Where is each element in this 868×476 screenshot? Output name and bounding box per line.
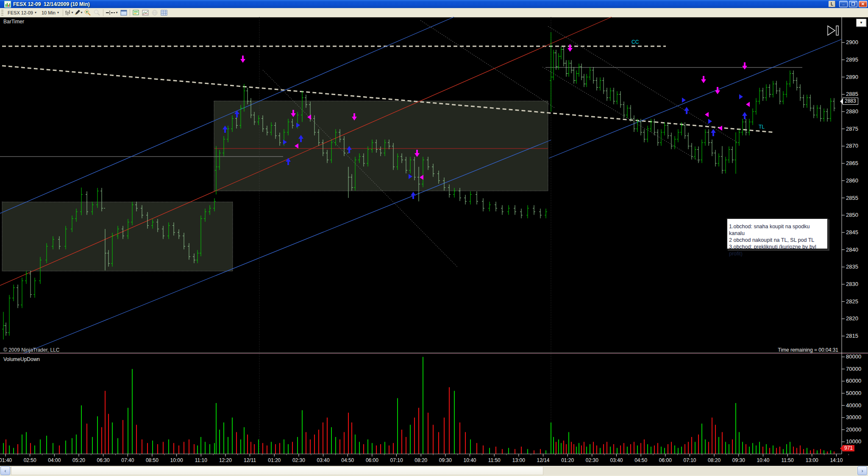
time-tick-label: 05:20 xyxy=(72,457,85,463)
trade-note-line: 1.obchod: snaha koupit na spodku kanalu xyxy=(729,223,826,237)
volume-tick-label: 80000 xyxy=(846,353,861,360)
price-tick-label: 2880 xyxy=(846,108,858,115)
time-tick-label: 07:10 xyxy=(390,457,403,463)
time-tick-label: 07:40 xyxy=(121,457,134,463)
time-tick-label: 11:50 xyxy=(488,457,501,463)
tl-line-label: TL xyxy=(759,124,765,130)
time-tick-label: 08:20 xyxy=(708,457,721,463)
scroll-right-button[interactable]: › xyxy=(857,466,867,475)
sell-arrow-icon xyxy=(742,62,747,70)
sell-arrow-icon xyxy=(715,87,720,94)
price-tick-label: 2860 xyxy=(846,177,858,184)
time-tick-label: 12/11 xyxy=(244,457,256,463)
time-tick-label: 08:50 xyxy=(146,457,159,463)
time-tick-label: 03:40 xyxy=(610,457,623,463)
price-tick-label: 2850 xyxy=(846,212,858,218)
trade-note-line: 3.obchod: prekliknuti (kuriozne by byl p… xyxy=(729,244,826,257)
time-tick-label: 01:20 xyxy=(561,457,574,463)
right-triangle-icon xyxy=(708,119,712,124)
right-triangle-icon xyxy=(682,98,686,103)
time-tick-label: 02:30 xyxy=(586,457,598,463)
time-tick-label: 13:00 xyxy=(512,457,525,463)
sell-arrow-icon xyxy=(701,76,706,83)
time-tick-label: 10:40 xyxy=(464,457,476,463)
time-tick-label: 01:20 xyxy=(268,457,281,463)
sell-arrow-icon xyxy=(240,56,245,63)
volume-indicator-label: VolumeUpDown xyxy=(3,356,40,362)
time-tick-label: 10:40 xyxy=(757,457,769,463)
price-tick-label: 2815 xyxy=(846,333,858,339)
price-tick-label: 2870 xyxy=(846,143,858,149)
volume-tick-label: 30000 xyxy=(846,414,861,420)
buy-arrow-icon xyxy=(684,107,689,114)
price-tick-label: 2855 xyxy=(846,195,858,201)
highlight-region xyxy=(214,101,548,191)
chart-properties-dropdown[interactable]: ▼ xyxy=(856,19,866,27)
price-tick-label: 2825 xyxy=(846,298,858,305)
right-triangle-icon xyxy=(739,94,743,99)
time-tick-label: 14:10 xyxy=(830,457,843,463)
time-tick-label: 12:20 xyxy=(219,457,232,463)
time-tick-label: 02:50 xyxy=(24,457,36,463)
price-tick-label: 2875 xyxy=(846,126,858,132)
price-tick-label: 2900 xyxy=(846,39,858,45)
left-triangle-icon xyxy=(746,102,750,107)
time-tick-label: 06:30 xyxy=(97,457,110,463)
trade-note[interactable]: 1.obchod: snaha koupit na spodku kanalu … xyxy=(726,218,828,249)
trade-note-line: 2 obchod nakoupit na TL, SL pod TL xyxy=(729,237,826,244)
left-triangle-icon xyxy=(705,112,709,117)
price-tick-label: 2835 xyxy=(846,263,858,270)
volume-tick-label: 50000 xyxy=(846,390,861,396)
buy-arrow-icon xyxy=(742,112,747,119)
horizontal-scrollbar[interactable]: ‹ › xyxy=(0,466,868,476)
volume-tick-label: 40000 xyxy=(846,402,861,409)
time-tick-label: 09:30 xyxy=(439,457,452,463)
price-tick-label: 2865 xyxy=(846,160,858,166)
time-tick-label: 11:10 xyxy=(195,457,207,463)
scroll-left-button[interactable]: ‹ xyxy=(0,466,10,475)
time-tick-label: 06:00 xyxy=(659,457,672,463)
time-tick-label: 09:30 xyxy=(732,457,745,463)
price-tick-label: 2890 xyxy=(846,74,858,80)
time-tick-label: 04:00 xyxy=(48,457,61,463)
time-tick-label: 06:00 xyxy=(366,457,378,463)
copyright-label: © 2009 NinjaTrader, LLC xyxy=(3,347,59,353)
playback-step-icon[interactable] xyxy=(826,25,840,36)
last-price-marker: 2883 xyxy=(837,98,858,105)
time-tick-label: 13:00 xyxy=(806,457,818,463)
time-tick-label: 03:40 xyxy=(317,457,330,463)
buy-arrow-icon xyxy=(411,192,416,199)
cc-line-label: CC xyxy=(632,39,639,45)
trend-line xyxy=(548,26,737,143)
volume-tick-label: 60000 xyxy=(846,378,861,384)
price-tick-label: 2895 xyxy=(846,56,858,63)
time-tick-label: 04:50 xyxy=(634,457,647,463)
price-indicator-label: BarTimer xyxy=(3,19,24,25)
price-tick-label: 2830 xyxy=(846,281,858,287)
trend-line xyxy=(549,39,841,158)
volume-tick-label: 70000 xyxy=(846,366,861,372)
time-tick-label: 02:30 xyxy=(292,457,305,463)
time-tick-label: 12/14 xyxy=(537,457,550,463)
chart-window: FESX 12-09 12/14/2009 (10 Min) L _ ❐ ✕ F… xyxy=(0,0,868,476)
price-tick-label: 2845 xyxy=(846,229,858,235)
price-tick-label: 2885 xyxy=(846,91,858,97)
time-tick-label: 11:50 xyxy=(782,457,794,463)
time-tick-label: 07:10 xyxy=(683,457,696,463)
time-remaining-label: Time remaining = 00:04:31 xyxy=(778,347,838,353)
left-triangle-icon xyxy=(718,126,722,131)
price-tick-label: 2840 xyxy=(846,246,858,253)
time-tick-label: 08:20 xyxy=(415,457,427,463)
time-tick-label: 10:00 xyxy=(170,457,183,463)
chevron-down-icon: ▼ xyxy=(860,21,863,25)
last-volume-marker: 971 xyxy=(837,445,854,451)
volume-tick-label: 10000 xyxy=(846,438,861,445)
time-tick-label: 01:40 xyxy=(0,457,12,463)
time-tick-label: 04:50 xyxy=(341,457,354,463)
price-tick-label: 2820 xyxy=(846,315,858,322)
volume-tick-label: 20000 xyxy=(846,426,861,433)
scrollbar-thumb[interactable] xyxy=(11,466,543,475)
highlight-region xyxy=(2,202,233,271)
buy-arrow-icon xyxy=(711,129,716,136)
trend-line xyxy=(420,20,555,108)
